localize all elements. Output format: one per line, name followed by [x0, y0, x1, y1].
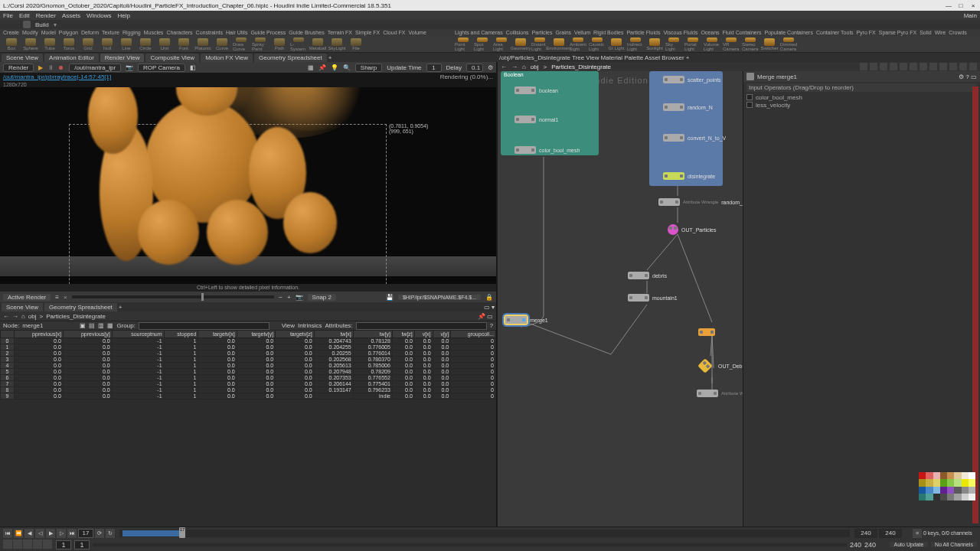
node-out-debris[interactable]: OUT_Debris — [700, 360, 743, 371]
tool-platonic[interactable]: Platonic — [194, 37, 211, 51]
col-header[interactable]: stopped — [164, 331, 198, 338]
netbox-boolean[interactable]: Boolean — [501, 71, 599, 155]
node-debris[interactable]: debris — [628, 272, 667, 279]
node-randomN[interactable]: random_N — [663, 103, 713, 111]
table-row[interactable]: 80.00.0-110.00.00.00.1931470.7962330.00.… — [1, 387, 496, 393]
col-header[interactable]: pprevious[x] — [15, 331, 64, 338]
col-header[interactable]: groupcoll... — [451, 331, 496, 338]
realtime-icon[interactable]: ⟳ — [95, 529, 104, 538]
table-row[interactable]: 20.00.0-110.00.00.00.202550.7760140.00.0… — [1, 350, 496, 357]
col-header[interactable]: targetv[y] — [237, 331, 275, 338]
col-header[interactable]: tw[x] — [314, 331, 353, 338]
menu-render[interactable]: Render — [36, 12, 56, 19]
input-row-1[interactable]: less_velocity — [746, 101, 977, 109]
tab-scene-view[interactable]: Scene View — [2, 54, 43, 62]
swatch[interactable] — [933, 472, 940, 479]
col-header[interactable]: tw[y] — [353, 331, 392, 338]
node-normal1[interactable]: normal1 — [514, 116, 558, 123]
input-row-0[interactable]: color_bool_mesh — [746, 93, 977, 101]
table-row[interactable]: 60.00.0-110.00.00.00.2073530.7765520.00.… — [1, 375, 496, 381]
keys-icon[interactable]: ≡ — [913, 529, 922, 538]
shelf-tabset-right[interactable]: Lights and CamerasCollisionsParticlesGra… — [452, 29, 980, 36]
node-boolean[interactable]: boolean — [514, 86, 558, 94]
tool-vr-camera[interactable]: VR Camera — [723, 37, 740, 51]
node-disintegrate[interactable]: disintegrate — [663, 172, 715, 180]
tab-material[interactable]: Material Palette — [601, 54, 644, 61]
parm-opts-icon[interactable]: ⚙ ? ▭ — [959, 73, 977, 80]
rv-snapshot-icon[interactable]: ◧ — [190, 64, 196, 71]
home-icon[interactable]: ⌂ — [522, 64, 526, 70]
swatch[interactable] — [926, 479, 933, 486]
swatch[interactable] — [940, 479, 947, 486]
swatch[interactable] — [940, 487, 947, 494]
rv-sharp[interactable]: Sharp — [355, 64, 382, 72]
detail-icon[interactable]: ▦ — [107, 322, 113, 329]
rv-close-icon[interactable]: × — [64, 294, 67, 301]
snap-label[interactable]: Snap 2 — [308, 294, 336, 301]
color-palette[interactable] — [919, 472, 975, 500]
swatch[interactable] — [954, 479, 961, 486]
tool-gi-light[interactable]: GI Light — [608, 37, 625, 51]
end-frame-1[interactable]: 240 — [854, 529, 877, 538]
tab-render-view[interactable]: Render View — [100, 54, 145, 62]
range-slider[interactable] — [93, 543, 847, 546]
table-row[interactable]: 90.00.0-110.00.00.0indie0.00.00.00 — [1, 393, 496, 399]
ss-tab-geo[interactable]: Geometry Spreadsheet — [44, 303, 117, 311]
parm-title[interactable]: Merge merge1 — [757, 73, 797, 80]
rop-selector[interactable]: /out/mantra_ipr — [69, 64, 121, 72]
shelf-tabset-left[interactable]: CreateModifyModelPolygonDeformTextureRig… — [0, 29, 452, 36]
tool-skylight[interactable]: SkyLight — [328, 37, 345, 51]
render-dropdown[interactable]: Render — [3, 64, 34, 72]
swatch[interactable] — [947, 494, 954, 500]
tool-spot-light[interactable]: Spot Light — [474, 37, 491, 51]
node-scatter[interactable]: scatter_points — [663, 76, 721, 83]
table-row[interactable]: 70.00.0-110.00.00.00.2061440.7754010.00.… — [1, 381, 496, 387]
rv-zoom-icon[interactable]: 🔍 — [343, 64, 351, 71]
menu-assets[interactable]: Assets — [62, 12, 80, 19]
node-colorbool[interactable]: color_bool_mesh — [514, 146, 580, 154]
parm-scrollbar[interactable] — [972, 86, 978, 523]
range-start[interactable]: 1 — [56, 540, 71, 549]
points-icon[interactable]: ▣ — [80, 322, 86, 329]
col-header[interactable]: sourceptnum — [112, 331, 164, 338]
swatch[interactable] — [947, 487, 954, 494]
tool-font[interactable]: Font — [175, 37, 192, 51]
crumb-node[interactable]: Particles_Disintegrate — [551, 64, 611, 70]
auto-update[interactable]: Auto Update — [890, 542, 928, 547]
back-icon[interactable]: ← — [3, 313, 9, 320]
tool-caustic-light[interactable]: Caustic Light — [589, 37, 606, 51]
tool-l-system[interactable]: L-System — [290, 37, 307, 51]
pin-icon[interactable]: 📌 ▭ — [478, 313, 493, 320]
tool-box[interactable]: Box — [3, 37, 20, 51]
node-convert[interactable]: convert_N_to_V — [663, 134, 726, 142]
swatch[interactable] — [954, 494, 961, 500]
renderview-canvas[interactable]: ▸ (0.7811, 0.9054) (999, 651) (0.1329, 0… — [0, 87, 496, 284]
end-frame-4[interactable]: 240 — [864, 541, 876, 549]
tab-asset[interactable]: Asset Browser — [645, 54, 684, 61]
swatch[interactable] — [954, 472, 961, 479]
swatch[interactable] — [969, 494, 975, 500]
tool-stereo-camera[interactable]: Stereo Camera — [742, 37, 759, 51]
fwd-icon[interactable]: → — [511, 64, 518, 70]
tool-torus[interactable]: Torus — [60, 37, 77, 51]
home-icon[interactable]: ⌂ — [21, 313, 25, 320]
window-close[interactable]: × — [969, 2, 977, 9]
table-row[interactable]: 30.00.0-110.00.00.00.2025680.7803700.00.… — [1, 357, 496, 363]
swatch[interactable] — [962, 494, 969, 500]
pane-menu-icon[interactable]: ▭ ▾ — [484, 304, 495, 311]
rv-opt-icon[interactable]: ▦ — [308, 64, 314, 71]
timeline-prevkey-icon[interactable]: ⏪ — [14, 529, 23, 538]
tab-motionfx[interactable]: Motion FX View — [201, 54, 253, 62]
tool-null[interactable]: Null — [99, 37, 116, 51]
timeline-playrev-icon[interactable]: ◁ — [35, 529, 44, 538]
lock-icon[interactable]: 🔒 — [485, 294, 493, 301]
tab-anim[interactable]: Animation Editor — [44, 54, 99, 62]
netbox-scatter[interactable] — [649, 71, 723, 186]
tool-environment[interactable]: Environment — [550, 37, 567, 51]
tab-network[interactable]: /obj/Particles_Disintegrate — [499, 54, 570, 61]
camera-selector[interactable]: ROP Camera — [138, 64, 185, 72]
swatch[interactable] — [926, 487, 933, 494]
tool-geometry[interactable]: Geometry — [512, 37, 529, 51]
swatch[interactable] — [947, 479, 954, 486]
tool-file[interactable]: File — [348, 37, 364, 51]
